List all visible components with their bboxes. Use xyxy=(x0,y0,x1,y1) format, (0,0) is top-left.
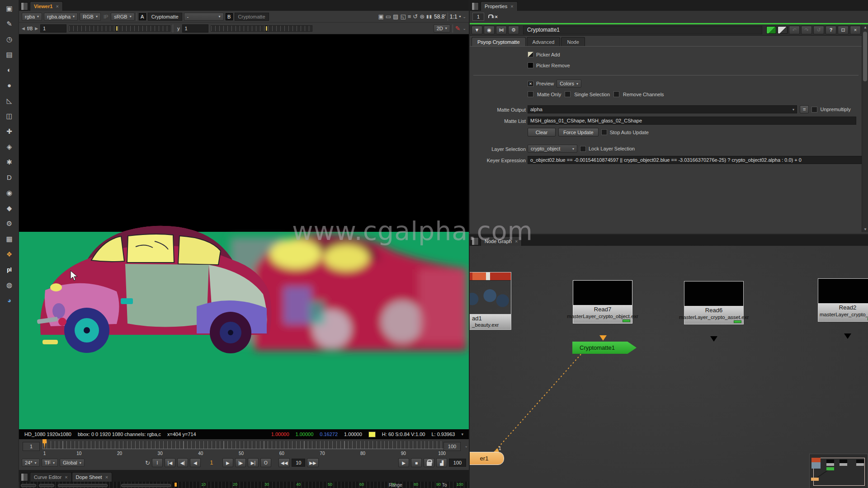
playhead[interactable] xyxy=(42,439,47,449)
redo-icon[interactable]: ↷ xyxy=(801,26,812,34)
ab-blend-dropdown[interactable]: -▾ xyxy=(184,13,224,21)
keyer-expression-field[interactable]: o_object02.blue == -0.00154610874597 || … xyxy=(528,156,863,164)
node-cryptomatte1[interactable]: Cryptomatte1 xyxy=(572,342,637,354)
dope-sheet-ruler[interactable]: 10 20 30 40 50 60 70 80 90 100 Range To xyxy=(19,482,469,488)
properties-scrollbar[interactable]: ▲ ▼ xyxy=(862,24,868,232)
metadata-icon[interactable]: ◆ xyxy=(4,203,15,213)
node-read7[interactable]: Read7 masterLayer_crypto_object.exr xyxy=(573,280,632,324)
scroll-up-icon[interactable]: ▲ xyxy=(862,25,868,29)
preview-mode-dropdown[interactable]: Colors▾ xyxy=(557,80,581,88)
keyer-icon[interactable]: ◺ xyxy=(4,96,15,105)
a-buffer-badge[interactable]: A xyxy=(139,13,146,20)
float-panel-icon[interactable]: ⊡ xyxy=(838,26,849,34)
lock-range-icon[interactable] xyxy=(424,458,434,467)
timeline-ruler[interactable]: 1 10 20 30 40 50 60 70 80 90 100 xyxy=(42,441,444,449)
scrollbar-thumb[interactable] xyxy=(863,32,867,81)
collapse-chevrons-icon[interactable]: ⌄ xyxy=(462,14,466,19)
merge-icon[interactable]: ◫ xyxy=(4,111,15,121)
goto-start-button[interactable]: |◀ xyxy=(165,458,175,467)
node-enable-swatch[interactable] xyxy=(766,26,776,34)
stop-auto-update-checkbox[interactable] xyxy=(601,129,607,135)
gamma-slider[interactable] xyxy=(211,25,312,32)
panel-menu-icon[interactable] xyxy=(21,473,28,481)
prev-keyframe-button[interactable]: ◀| xyxy=(177,458,188,467)
tab-advanced[interactable]: Advanced xyxy=(527,37,561,47)
roi-icon[interactable]: ⊛ xyxy=(420,14,425,19)
frame-increment-button[interactable]: ▶▶ xyxy=(307,458,318,467)
picker-add-checkbox[interactable] xyxy=(528,52,533,57)
display-dropdown[interactable]: RGB▾ xyxy=(80,13,101,21)
chevron-down-icon[interactable]: ▾ xyxy=(459,14,461,19)
time-icon[interactable]: ◷ xyxy=(4,34,15,44)
gain-slider[interactable] xyxy=(69,25,170,32)
matte-list-field[interactable]: MSH_glass_01_CShape, MSH_glass_02_CShape xyxy=(528,117,856,125)
annotation-pen-icon[interactable]: ✎ xyxy=(455,25,461,32)
dope-widget-stub[interactable] xyxy=(39,484,54,487)
close-icon[interactable]: × xyxy=(510,4,513,9)
center-node-icon[interactable]: ◉ xyxy=(484,26,495,34)
other-icon[interactable]: ▦ xyxy=(4,234,15,244)
tab-psyop-cryptomatte[interactable]: Psyop Cryptomatte xyxy=(472,37,526,47)
node-name-field[interactable]: Cryptomatte1 xyxy=(523,26,762,34)
draw-icon[interactable]: ✎ xyxy=(4,19,15,28)
dope-widget-stub[interactable] xyxy=(21,484,36,487)
next-keyframe-button[interactable]: |▶ xyxy=(235,458,246,467)
frame-step-field[interactable]: 10 xyxy=(292,459,305,467)
toolsets-icon[interactable]: ⚙ xyxy=(4,219,15,228)
set-out-button[interactable]: O xyxy=(260,458,271,467)
close-icon[interactable]: × xyxy=(105,474,108,480)
refresh-icon[interactable]: ↺ xyxy=(413,14,418,19)
framed-display-icon[interactable]: ▣ xyxy=(378,14,383,19)
channel-icon[interactable]: ▤ xyxy=(4,50,15,59)
node-graph-minimap[interactable] xyxy=(809,454,868,488)
revert-icon[interactable]: ↺ xyxy=(813,26,824,34)
input-process-toggle[interactable]: IP xyxy=(103,14,109,19)
spiral-icon[interactable]: ◕ xyxy=(4,296,15,305)
node-graph-canvas[interactable]: 1 ad1 _beauty.exr Read7 masterLayer_cryp… xyxy=(470,246,868,488)
undo-icon[interactable]: ↶ xyxy=(789,26,800,34)
remove-channels-checkbox[interactable] xyxy=(613,91,619,97)
help-icon[interactable]: ? xyxy=(826,26,836,34)
gain-value-field[interactable]: 1 xyxy=(40,24,66,33)
collapse-chevron-icon[interactable]: ⌄ xyxy=(462,26,466,31)
deep-icon[interactable]: D xyxy=(4,173,15,182)
unpremultiply-checkbox[interactable] xyxy=(811,107,817,113)
views-icon[interactable]: ◉ xyxy=(4,188,15,197)
matte-output-field[interactable]: alpha▾ xyxy=(528,105,797,113)
wipe-icon[interactable]: ▨ xyxy=(393,14,398,19)
matte-only-checkbox[interactable] xyxy=(528,91,533,97)
record-icon[interactable]: ■ xyxy=(411,458,422,467)
node-read6[interactable]: Read6 masterLayer_crypto_asset.exr xyxy=(684,281,744,324)
preview-checkbox[interactable]: × xyxy=(528,81,533,87)
frame-decrement-button[interactable]: ◀◀ xyxy=(278,458,290,467)
ofx-icon[interactable]: ◍ xyxy=(4,280,15,290)
gain-next-icon[interactable]: ▶ xyxy=(35,26,38,31)
filter-icon[interactable]: ● xyxy=(4,80,15,90)
matte-output-eq-button[interactable]: = xyxy=(800,105,809,113)
current-frame[interactable]: 1 xyxy=(203,460,221,466)
input-handler-icon[interactable]: ⋈ xyxy=(496,26,507,34)
colorspace-dropdown[interactable]: sRGB▾ xyxy=(111,13,134,21)
tab-curve-editor[interactable]: Curve Editor × xyxy=(30,472,72,482)
close-icon[interactable]: × xyxy=(65,474,67,480)
clear-button[interactable]: Clear xyxy=(528,128,556,136)
gizmos-icon[interactable]: ❖ xyxy=(4,249,15,259)
step-back-button[interactable]: ◀ xyxy=(190,458,201,467)
a-buffer-node[interactable]: Cryptomatte xyxy=(148,13,182,21)
lock-layer-selection-checkbox[interactable] xyxy=(580,146,586,152)
b-buffer-badge[interactable]: B xyxy=(226,13,233,20)
node-color-swatch[interactable] xyxy=(778,26,788,34)
curve-display-icon[interactable]: ▟ xyxy=(436,458,447,467)
gain-prev-icon[interactable]: ◀ xyxy=(22,26,25,31)
viewer-mode-dropdown[interactable]: 2D▾ xyxy=(434,24,450,33)
viewport-icon[interactable]: ▭ xyxy=(386,14,391,19)
set-in-button[interactable]: I xyxy=(152,458,163,467)
image-icon[interactable]: ▣ xyxy=(4,4,15,13)
color-icon[interactable]: ◐ xyxy=(4,65,15,75)
scroll-down-icon[interactable]: ▼ xyxy=(862,227,868,231)
particles-icon[interactable]: ✱ xyxy=(4,157,15,167)
tab-dope-sheet[interactable]: Dope Sheet × xyxy=(72,472,113,482)
layer-dropdown[interactable]: rgba.alpha▾ xyxy=(44,13,78,21)
dope-widget-stub[interactable] xyxy=(58,484,108,487)
tab-node[interactable]: Node xyxy=(561,37,585,47)
